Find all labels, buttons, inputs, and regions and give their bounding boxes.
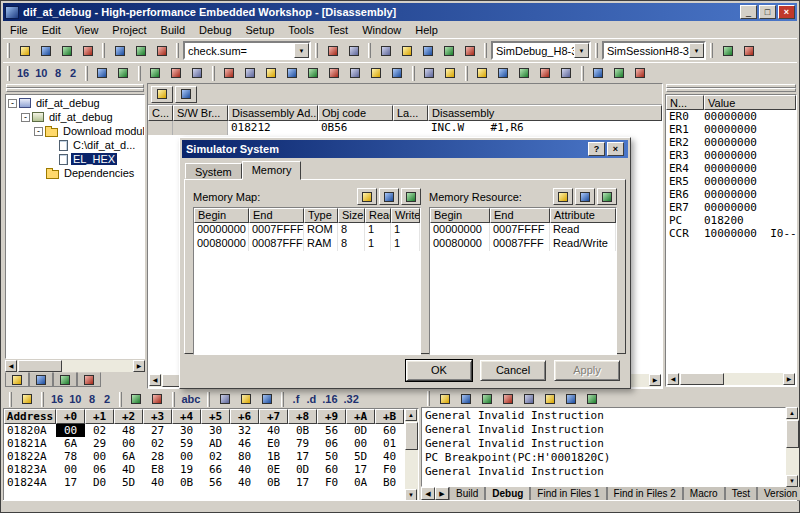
memory-byte[interactable]: 0E [259, 463, 288, 476]
mm-row[interactable]: 0008000000087FFFRAM811 [194, 237, 420, 251]
menu-item-view[interactable]: View [68, 22, 106, 38]
registers-drag-handle[interactable] [666, 84, 796, 92]
memory-byte[interactable]: AD [201, 437, 230, 450]
disassembly-column-header-c[interactable]: C... [148, 105, 173, 121]
memory-column-header-3[interactable]: +3 [143, 409, 172, 424]
navigation-tab-icon[interactable] [53, 372, 77, 387]
mr-column-header-begin[interactable]: Begin [430, 208, 490, 223]
output-tab-find-in-files-1[interactable]: Find in Files 1 [530, 487, 606, 501]
scroll-left-icon[interactable]: ◀ [149, 374, 161, 386]
format-button-f[interactable]: .f [288, 391, 303, 407]
mm-column-header-write[interactable]: Write [391, 208, 420, 223]
tree-item-c-dif-at-d[interactable]: C:\dif_at_d... [6, 138, 144, 152]
memory-byte[interactable]: 66 [201, 463, 230, 476]
register-row-er6[interactable]: ER600000000 [666, 188, 796, 201]
registers-horizontal-scrollbar[interactable]: ◀ ▶ [667, 373, 795, 385]
menu-item-tools[interactable]: Tools [281, 22, 321, 38]
tree-item-dependencies[interactable]: Dependencies [6, 166, 144, 180]
navigate-previous-icon[interactable] [455, 390, 476, 408]
add-memory-resource-icon[interactable] [553, 188, 573, 205]
memory-byte[interactable]: 02 [143, 437, 172, 450]
set-pc-icon[interactable] [440, 64, 461, 82]
save-icon[interactable] [56, 42, 77, 60]
memory-byte[interactable]: 59 [172, 437, 201, 450]
menu-item-project[interactable]: Project [105, 22, 153, 38]
simulator-gui-icon[interactable] [588, 64, 609, 82]
memory-byte[interactable]: 0B [288, 424, 317, 437]
collapse-expander-icon[interactable]: - [34, 127, 43, 136]
delete-memory-resource-icon[interactable] [597, 188, 617, 205]
trace-window-icon[interactable] [609, 64, 630, 82]
mm-column-header-type[interactable]: Type [304, 208, 338, 223]
help-icon[interactable] [581, 390, 602, 408]
disassembly-column-header-la[interactable]: La... [393, 105, 428, 121]
output-vertical-scrollbar[interactable]: ▲ ▼ [786, 407, 799, 487]
memory-byte[interactable]: 56 [201, 476, 230, 489]
mm-column-header-read[interactable]: Read [365, 208, 391, 223]
memory-byte[interactable]: 6A [56, 437, 85, 450]
menu-item-help[interactable]: Help [408, 22, 445, 38]
memory-byte[interactable]: 30 [172, 424, 201, 437]
memory-row[interactable]: 01821A6A29000259AD46E079060001 [4, 437, 418, 450]
memory-byte[interactable]: 5D [114, 476, 143, 489]
memory-byte[interactable]: 80 [230, 450, 259, 463]
register-name-header[interactable]: N... [666, 95, 704, 110]
scrollbar-thumb[interactable] [405, 422, 418, 450]
format-button-16[interactable]: 16 [14, 65, 32, 81]
menu-item-setup[interactable]: Setup [239, 22, 282, 38]
disassembly-column-header-disassembly[interactable]: Disassembly [428, 105, 662, 121]
memory-column-header-9[interactable]: +9 [317, 409, 346, 424]
scroll-down-icon[interactable]: ▼ [786, 475, 798, 487]
register-row-er5[interactable]: ER500000000 [666, 175, 796, 188]
session-combo[interactable]: SimSessionH8-300HA▼ [602, 41, 706, 60]
memory-column-header-1[interactable]: +1 [85, 409, 114, 424]
memory-row[interactable]: 01822A78006A280002801B17505D40 [4, 450, 418, 463]
open-icon[interactable] [35, 42, 56, 60]
dropdown-arrow-icon[interactable]: ▼ [294, 43, 309, 58]
format-button-16[interactable]: .16 [319, 391, 340, 407]
register-row-ccr[interactable]: CCR10000000 I0-- [666, 227, 796, 240]
memory-byte[interactable]: 0A [346, 476, 375, 489]
memory-column-header-b[interactable]: +B [375, 409, 404, 424]
memory-byte[interactable]: 60 [375, 424, 404, 437]
memory-byte[interactable]: 5D [346, 450, 375, 463]
clear-output-icon[interactable] [518, 390, 539, 408]
memory-byte[interactable]: 79 [288, 437, 317, 450]
memory-byte[interactable]: 40 [230, 463, 259, 476]
menu-item-build[interactable]: Build [154, 22, 192, 38]
register-row-er0[interactable]: ER000000000 [666, 110, 796, 123]
memory-byte[interactable]: 40 [143, 476, 172, 489]
memory-byte[interactable]: 27 [143, 424, 172, 437]
memory-byte[interactable]: 17 [56, 476, 85, 489]
scrollbar-track[interactable] [17, 360, 133, 372]
dialog-tab-memory[interactable]: Memory [242, 161, 302, 180]
test-tab-icon[interactable] [77, 372, 101, 387]
mm-column-header-begin[interactable]: Begin [194, 208, 249, 223]
collapse-expander-icon[interactable]: - [21, 113, 30, 122]
close-button[interactable]: × [778, 5, 795, 19]
memory-column-header-4[interactable]: +4 [172, 409, 201, 424]
scroll-right-icon[interactable]: ▶ [133, 360, 145, 372]
memory-column-header-a[interactable]: +A [346, 409, 375, 424]
register-row-pc[interactable]: PC018200 [666, 214, 796, 227]
dialog-help-button[interactable]: ? [588, 142, 605, 156]
menu-item-debug[interactable]: Debug [192, 22, 238, 38]
io-window-icon[interactable] [514, 64, 535, 82]
toggle-breakpoint-icon[interactable] [145, 64, 166, 82]
register-row-er4[interactable]: ER400000000 [666, 162, 796, 175]
memory-byte[interactable]: 46 [230, 437, 259, 450]
euc-display-icon[interactable] [235, 390, 256, 408]
scroll-up-icon[interactable]: ▲ [786, 407, 798, 419]
format-button-2[interactable]: 2 [66, 65, 81, 81]
workspace-horizontal-scrollbar[interactable]: ◀ ▶ [5, 360, 145, 372]
save-all-icon[interactable] [77, 42, 98, 60]
register-window-icon[interactable] [472, 64, 493, 82]
output-tab-build[interactable]: Build [449, 487, 485, 501]
signed-display-icon[interactable] [126, 390, 147, 408]
build-icon[interactable] [396, 42, 417, 60]
memory-byte[interactable]: 19 [172, 463, 201, 476]
scrollbar-thumb[interactable] [680, 373, 724, 385]
memory-byte[interactable]: 4D [114, 463, 143, 476]
memory-byte[interactable]: D0 [85, 476, 114, 489]
scroll-up-icon[interactable]: ▲ [405, 409, 417, 421]
